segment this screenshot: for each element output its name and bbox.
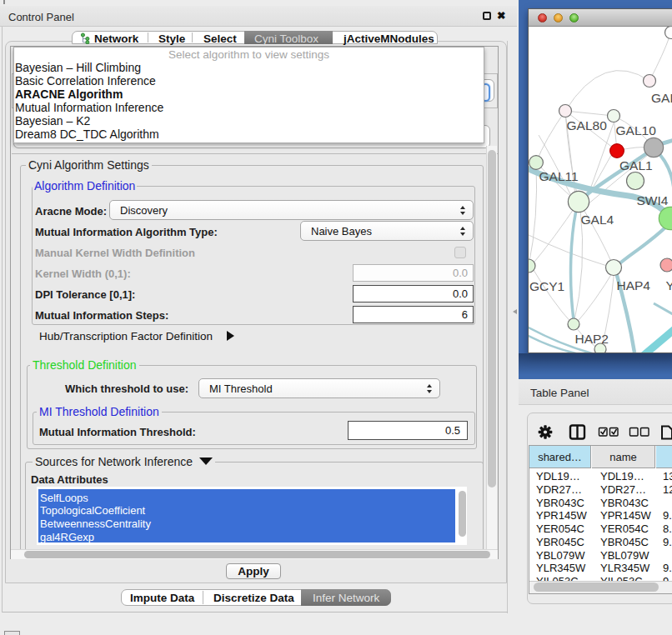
svg-text:GAL1: GAL1 bbox=[619, 158, 653, 172]
svg-text:GCY1: GCY1 bbox=[529, 279, 564, 293]
svg-text:HAP4: HAP4 bbox=[617, 278, 651, 292]
svg-text:GAL80: GAL80 bbox=[567, 118, 608, 132]
svg-text:GAL10: GAL10 bbox=[616, 123, 657, 138]
svg-text:HAP2: HAP2 bbox=[575, 332, 609, 346]
svg-text:GAL11: GAL11 bbox=[539, 169, 579, 183]
svg-text:GAL4: GAL4 bbox=[581, 212, 614, 227]
svg-text:SWI4: SWI4 bbox=[637, 193, 669, 208]
svg-text:GAL: GAL bbox=[651, 91, 672, 105]
svg-text:Y: Y bbox=[666, 278, 672, 292]
